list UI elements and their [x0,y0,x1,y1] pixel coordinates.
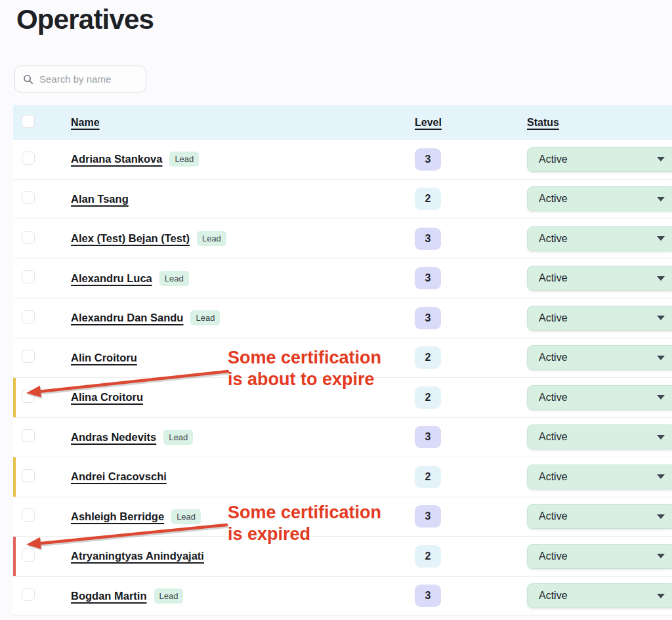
status-dropdown[interactable]: Active [527,306,672,331]
status-dropdown[interactable]: Active [527,465,672,489]
status-dropdown[interactable]: Active [527,583,672,608]
table-row: Alexandru Luca Lead 3 Active [13,259,672,299]
operative-name-link[interactable]: Andrei Cracovschi [71,470,167,483]
search-icon [23,74,33,85]
lead-badge: Lead [154,589,184,604]
level-badge: 3 [415,505,441,527]
chevron-down-icon [657,276,665,281]
level-badge: 2 [415,188,441,210]
chevron-down-icon [657,395,665,400]
table-row: Andras Nedevits Lead 3 Active [13,418,672,458]
level-badge: 2 [415,545,441,568]
table-row: Bogdan Martin Lead 3 Active [13,577,672,617]
row-checkbox[interactable] [22,350,35,363]
table-row: Adriana Stankova Lead 3 Active [13,140,672,180]
operative-name-link[interactable]: Bogdan Martin [71,590,147,602]
chevron-down-icon [657,157,665,161]
status-dropdown[interactable]: Active [527,266,672,291]
select-all-checkbox[interactable] [22,115,35,128]
row-checkbox[interactable] [22,191,35,204]
table-row: Alex (Test) Bejan (Test) Lead 3 Active [13,219,672,259]
chevron-down-icon [657,594,665,598]
operative-name-link[interactable]: Andras Nedevits [71,431,156,444]
chevron-down-icon [657,554,665,558]
chevron-down-icon [657,236,665,241]
level-badge: 3 [415,267,441,289]
column-header-level[interactable]: Level [415,117,442,128]
chevron-down-icon [657,356,665,360]
lead-badge: Lead [163,430,193,445]
column-header-name[interactable]: Name [71,117,100,128]
level-badge: 3 [415,426,441,448]
level-badge: 3 [415,585,441,607]
table-header-row: Name Level Status [13,105,672,140]
lead-badge: Lead [197,231,226,246]
status-value: Active [539,550,568,562]
status-value: Active [539,272,568,284]
row-checkbox[interactable] [22,231,35,244]
annotation-expired: Some certification is expired [228,502,381,545]
status-dropdown[interactable]: Active [527,147,672,172]
status-dropdown[interactable]: Active [527,186,672,211]
status-value: Active [539,233,568,245]
status-value: Active [539,193,568,205]
level-badge: 2 [415,466,441,488]
status-dropdown[interactable]: Active [527,424,672,449]
level-badge: 3 [415,148,441,171]
operative-name-link[interactable]: Alina Croitoru [71,391,143,403]
status-value: Active [539,154,568,165]
status-value: Active [539,431,568,443]
status-dropdown[interactable]: Active [527,345,672,370]
status-dropdown[interactable]: Active [527,504,672,529]
row-checkbox[interactable] [22,429,35,442]
status-value: Active [539,312,568,324]
level-badge: 3 [415,307,441,329]
chevron-down-icon [657,435,665,440]
page-title: Operatives [16,4,154,35]
status-dropdown[interactable]: Active [527,544,672,569]
search-box[interactable] [14,66,146,93]
chevron-down-icon [657,514,665,519]
row-checkbox[interactable] [22,508,35,522]
row-checkbox[interactable] [22,270,35,283]
status-value: Active [539,510,568,522]
row-checkbox[interactable] [22,390,35,403]
column-header-status[interactable]: Status [527,117,559,128]
table-row: Alexandru Dan Sandu Lead 3 Active [13,299,672,339]
status-value: Active [539,590,568,602]
row-checkbox[interactable] [22,548,35,562]
status-dropdown[interactable]: Active [527,226,672,251]
level-badge: 2 [415,386,441,409]
chevron-down-icon [657,197,665,201]
row-checkbox[interactable] [22,310,35,323]
lead-badge: Lead [169,152,199,167]
lead-badge: Lead [171,509,201,524]
operative-name-link[interactable]: Ashleigh Berridge [71,510,164,523]
operative-name-link[interactable]: Adriana Stankova [71,153,162,165]
status-value: Active [539,352,568,363]
lead-badge: Lead [159,271,189,286]
level-badge: 2 [415,346,441,369]
table-row: Andrei Cracovschi 2 Active [13,457,672,497]
row-checkbox[interactable] [22,152,35,165]
table-row: Alan Tsang 2 Active [13,180,672,220]
status-value: Active [539,392,568,403]
operative-name-link[interactable]: Alan Tsang [71,193,129,205]
operative-name-link[interactable]: Alex (Test) Bejan (Test) [71,232,190,245]
chevron-down-icon [657,316,665,320]
operative-name-link[interactable]: Alexandru Luca [71,272,152,285]
annotation-expiring: Some certification is about to expire [228,347,381,390]
operative-name-link[interactable]: Alexandru Dan Sandu [71,312,183,324]
chevron-down-icon [657,474,665,479]
status-dropdown[interactable]: Active [527,385,672,410]
level-badge: 3 [415,228,441,250]
lead-badge: Lead [190,310,220,325]
row-checkbox[interactable] [22,469,35,482]
search-input[interactable] [39,73,138,85]
operative-name-link[interactable]: Alin Croitoru [71,352,137,364]
operative-name-link[interactable]: Atryaningtyas Anindyajati [71,550,204,562]
status-value: Active [539,471,568,483]
row-checkbox[interactable] [22,588,35,601]
